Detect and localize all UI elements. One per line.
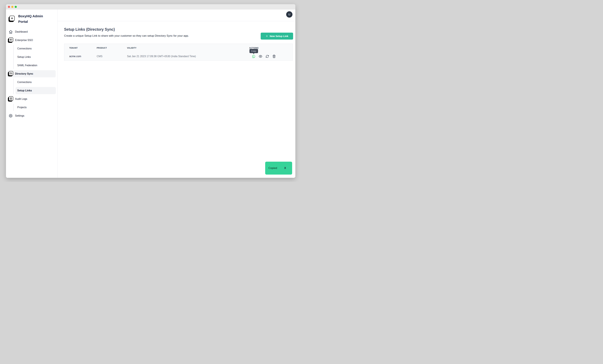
boxyhq-code-logo-icon: [9, 16, 15, 22]
toast-message: Copied: [268, 166, 277, 170]
copy-setup-link-button[interactable]: Copy: [252, 55, 255, 58]
desktop-background: BoxyHQ Admin Portal Dashboard: [0, 0, 302, 182]
refresh-icon: [266, 55, 269, 58]
tenant-cell: acme.com: [64, 55, 97, 58]
sidebar-item-saml-federation[interactable]: SAML Federation: [15, 62, 56, 69]
user-avatar-button[interactable]: U: [286, 11, 292, 18]
view-setup-link-button[interactable]: [259, 55, 262, 58]
sidebar-item-label: Dashboard: [15, 30, 28, 33]
sidebar-item-label: Directory Sync: [15, 72, 33, 75]
new-setup-link-button[interactable]: New Setup Link: [261, 33, 293, 40]
column-header-product: PRODUCT: [97, 47, 127, 49]
delete-setup-link-button[interactable]: [272, 55, 276, 58]
sidebar-nav: Dashboard: [6, 28, 57, 121]
actions-cell: Copy: [249, 55, 292, 58]
page-title: Setup Links (Directory Sync): [64, 27, 295, 32]
new-setup-link-label: New Setup Link: [270, 35, 288, 38]
sidebar-item-projects[interactable]: Projects: [15, 104, 56, 111]
gear-icon: [8, 113, 13, 118]
avatar-initial: U: [288, 13, 290, 16]
app-window: BoxyHQ Admin Portal Dashboard: [6, 4, 295, 178]
setup-links-table: TENANT PRODUCT VALIDITY ACTIONS acme.com…: [64, 44, 293, 61]
validity-cell: Sat Jan 21 2023 17:09:38 GMT+0530 (India…: [127, 55, 249, 58]
sidebar-item-enterprise-sso[interactable]: Enterprise SSO: [7, 37, 56, 44]
copy-tooltip: Copy: [250, 49, 258, 53]
column-header-tenant: TENANT: [64, 47, 97, 49]
sidebar-item-settings[interactable]: Settings: [7, 112, 56, 119]
column-header-validity: VALIDITY: [127, 47, 249, 49]
sidebar-item-label: Setup Links: [17, 89, 32, 92]
table-row: acme.com CMS Sat Jan 21 2023 17:09:38 GM…: [64, 52, 292, 60]
copy-clipboard-icon: [252, 55, 255, 58]
sidebar-item-audit-logs[interactable]: Audit Logs: [7, 95, 56, 103]
close-window-button[interactable]: [8, 6, 10, 8]
minimize-window-button[interactable]: [11, 6, 13, 8]
toast-close-button[interactable]: X: [284, 167, 286, 170]
home-icon: [8, 29, 13, 35]
page-content: Setup Links (Directory Sync) Create a un…: [58, 27, 295, 61]
sidebar-item-label: Connections: [17, 47, 32, 50]
sidebar-item-label: SAML Federation: [17, 64, 37, 67]
sidebar-item-label: Enterprise SSO: [15, 39, 33, 42]
sidebar-item-sso-connections[interactable]: Connections: [15, 45, 56, 52]
sidebar-group-enterprise-sso: Connections Setup Links SAML Federation: [13, 45, 56, 69]
sidebar-item-dsync-connections[interactable]: Connections: [15, 79, 56, 86]
window-titlebar: [6, 4, 295, 10]
sso-cloud-key-icon: [8, 37, 13, 43]
sidebar-group-audit-logs: Projects: [13, 104, 56, 111]
sidebar-item-sso-setup-links[interactable]: Setup Links: [15, 53, 56, 60]
app-logo: BoxyHQ Admin Portal: [6, 10, 57, 24]
table-header-row: TENANT PRODUCT VALIDITY ACTIONS: [64, 44, 292, 52]
sidebar: BoxyHQ Admin Portal Dashboard: [6, 10, 58, 178]
column-header-actions: ACTIONS: [249, 47, 292, 49]
sidebar-group-directory-sync: Connections Setup Links: [13, 79, 56, 94]
regenerate-setup-link-button[interactable]: [266, 55, 269, 58]
sidebar-item-dsync-setup-links[interactable]: Setup Links: [15, 87, 56, 94]
main-area: U New Setup Link Setup Links (Directory …: [58, 10, 295, 178]
eye-icon: [259, 55, 262, 58]
app-title: BoxyHQ Admin Portal: [18, 13, 48, 24]
product-cell: CMS: [97, 55, 127, 58]
sidebar-item-directory-sync[interactable]: Directory Sync: [7, 70, 56, 77]
sidebar-item-label: Projects: [17, 106, 27, 109]
trash-icon: [272, 55, 276, 58]
sidebar-item-label: Connections: [17, 81, 32, 84]
sidebar-item-label: Setup Links: [17, 56, 31, 59]
sidebar-item-label: Settings: [15, 114, 24, 117]
maximize-window-button[interactable]: [15, 6, 17, 8]
copied-toast: Copied X: [265, 162, 292, 175]
sidebar-item-dashboard[interactable]: Dashboard: [7, 28, 56, 35]
plus-icon: [266, 35, 268, 37]
sidebar-item-label: Audit Logs: [15, 97, 27, 100]
top-header: U: [58, 10, 295, 21]
directory-sync-folder-icon: [8, 71, 13, 77]
audit-logs-clipboard-icon: [8, 96, 13, 102]
